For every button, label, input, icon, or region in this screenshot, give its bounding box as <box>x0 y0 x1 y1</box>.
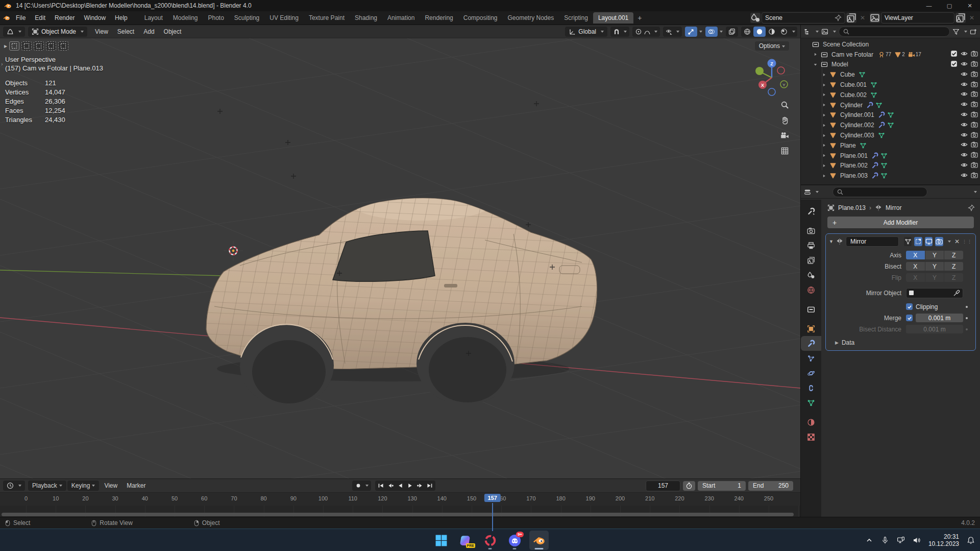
timeline-track[interactable] <box>0 506 800 517</box>
outliner-row-cube-001[interactable]: Cube.001 <box>801 80 980 90</box>
outliner-row-cylinder-002[interactable]: Cylinder.002 <box>801 120 980 130</box>
hide-in-viewport-toggle[interactable] <box>961 90 968 99</box>
outliner-row-cam-ve-fotolar[interactable]: Cam ve Fotolar77217 <box>801 50 980 60</box>
toolbar-expand-icon[interactable]: ▸ <box>4 42 7 50</box>
axis-z-button[interactable]: Z <box>944 251 963 259</box>
clipping-checkbox[interactable] <box>906 303 913 310</box>
disable-in-render-toggle[interactable] <box>971 50 978 59</box>
properties-tab-texture[interactable] <box>801 429 821 444</box>
timeline-menu-view[interactable]: View <box>100 481 121 491</box>
scene-selector[interactable]: Scene ✕ <box>750 12 868 23</box>
outliner-row-plane-001[interactable]: Plane.001 <box>801 151 980 161</box>
orientation-dropdown[interactable]: Global <box>565 27 607 37</box>
flip-z-button[interactable]: Z <box>944 273 963 282</box>
taskbar-app-blender[interactable] <box>529 531 549 550</box>
jump-start-button[interactable] <box>376 481 386 490</box>
jump-end-button[interactable] <box>425 481 434 490</box>
network-icon[interactable] <box>897 536 905 544</box>
workspace-tab-rendering[interactable]: Rendering <box>420 12 458 23</box>
microphone-icon[interactable] <box>881 536 889 544</box>
timeline-menu-playback[interactable]: Playback <box>28 481 66 491</box>
add-workspace-button[interactable]: + <box>633 14 646 22</box>
disable-in-render-toggle[interactable] <box>971 151 978 160</box>
properties-tab-material[interactable] <box>801 415 821 429</box>
select-mode-subtract-button[interactable] <box>34 41 44 51</box>
current-frame-field[interactable]: 157 <box>646 481 680 491</box>
xray-toggle[interactable] <box>726 27 738 37</box>
breadcrumb-modifier[interactable]: Mirror <box>886 204 901 211</box>
disable-in-render-toggle[interactable] <box>971 161 978 170</box>
outliner-row-cube-002[interactable]: Cube.002 <box>801 90 980 100</box>
viewlayer-icon[interactable] <box>870 13 880 23</box>
bisect-y-button[interactable]: Y <box>925 262 944 271</box>
hide-in-viewport-toggle[interactable] <box>961 111 968 119</box>
pin-id-icon[interactable] <box>968 204 975 211</box>
sidebar-expand-icon[interactable]: › <box>1 61 3 67</box>
frame-end-field[interactable]: End250 <box>748 481 793 491</box>
new-scene-button[interactable] <box>846 13 856 23</box>
use-preview-range-button[interactable] <box>683 481 695 491</box>
disable-in-render-toggle[interactable] <box>971 81 978 89</box>
zoom-icon[interactable] <box>780 101 789 109</box>
properties-tab-output[interactable] <box>801 238 821 253</box>
expand-arrow-icon[interactable] <box>820 163 827 168</box>
gizmos-toggle[interactable] <box>685 27 697 37</box>
properties-tab-object-data[interactable] <box>801 395 821 410</box>
modifier-name-field[interactable]: Mirror <box>846 236 899 247</box>
menu-render[interactable]: Render <box>50 12 79 23</box>
delete-viewlayer-button[interactable]: ✕ <box>967 13 977 23</box>
properties-tab-object[interactable] <box>801 321 821 336</box>
outliner-row-cylinder[interactable]: Cylinder <box>801 100 980 110</box>
merge-checkbox[interactable] <box>906 315 913 321</box>
workspace-tab-scripting[interactable]: Scripting <box>559 12 593 23</box>
flip-x-button[interactable]: X <box>906 273 925 282</box>
snap-toggle[interactable] <box>610 27 629 37</box>
outliner-editor-icon[interactable] <box>804 28 811 35</box>
frame-start-field[interactable]: Start1 <box>698 481 746 491</box>
properties-tab-constraints[interactable] <box>801 380 821 395</box>
disable-in-render-toggle[interactable] <box>971 111 978 119</box>
properties-options-icon[interactable] <box>974 191 977 193</box>
minimize-button[interactable]: — <box>919 0 939 11</box>
clock[interactable]: 20:31 10.12.2023 <box>928 533 959 547</box>
workspace-tab-texture-paint[interactable]: Texture Paint <box>304 12 350 23</box>
camera-view-icon[interactable] <box>780 131 789 140</box>
shading-material-button[interactable] <box>766 27 778 37</box>
hide-in-viewport-toggle[interactable] <box>961 172 968 180</box>
pin-icon[interactable] <box>835 14 842 21</box>
menu-edit[interactable]: Edit <box>30 12 50 23</box>
proportional-edit-toggle[interactable] <box>632 27 660 37</box>
expand-arrow-icon[interactable] <box>820 133 827 138</box>
select-mode-extend-button[interactable] <box>21 41 32 51</box>
hide-in-viewport-toggle[interactable] <box>961 161 968 170</box>
playhead[interactable]: 157 <box>484 494 501 502</box>
disable-in-render-toggle[interactable] <box>971 141 978 150</box>
outliner-row-plane-002[interactable]: Plane.002 <box>801 161 980 171</box>
properties-editor-icon[interactable] <box>804 188 811 196</box>
shading-rendered-button[interactable] <box>778 27 790 37</box>
notifications-bell-icon[interactable] <box>967 536 975 544</box>
add-modifier-button[interactable]: +Add Modifier <box>827 217 974 228</box>
expand-arrow-icon[interactable] <box>820 143 827 148</box>
bisect-z-button[interactable]: Z <box>944 262 963 271</box>
taskbar-app-opera-gx[interactable] <box>480 531 500 550</box>
outliner-row-cylinder-003[interactable]: Cylinder.003 <box>801 130 980 140</box>
outliner-row-scene-collection[interactable]: Scene Collection <box>801 39 980 50</box>
workspace-tab-uv-editing[interactable]: UV Editing <box>264 12 304 23</box>
flip-y-button[interactable]: Y <box>925 273 944 282</box>
scene-icon[interactable] <box>750 13 761 23</box>
hide-in-viewport-toggle[interactable] <box>961 151 968 160</box>
show-in-viewport-toggle[interactable] <box>925 237 933 246</box>
hide-in-viewport-toggle[interactable] <box>961 101 968 109</box>
breadcrumb-object[interactable]: Plane.013 <box>838 204 866 211</box>
viewport-canvas[interactable] <box>0 25 800 478</box>
outliner-row-cylinder-001[interactable]: Cylinder.001 <box>801 110 980 121</box>
timeline-editor-type-button[interactable] <box>3 481 25 491</box>
viewlayer-selector[interactable]: ViewLayer ✕ <box>870 12 977 23</box>
overlays-toggle[interactable] <box>705 27 718 37</box>
timeline-scrollbar[interactable] <box>2 513 794 516</box>
hide-in-viewport-toggle[interactable] <box>961 50 968 59</box>
properties-tab-scene[interactable] <box>801 268 821 282</box>
disable-in-render-toggle[interactable] <box>971 121 978 130</box>
viewport-menu-object[interactable]: Object <box>159 26 186 37</box>
